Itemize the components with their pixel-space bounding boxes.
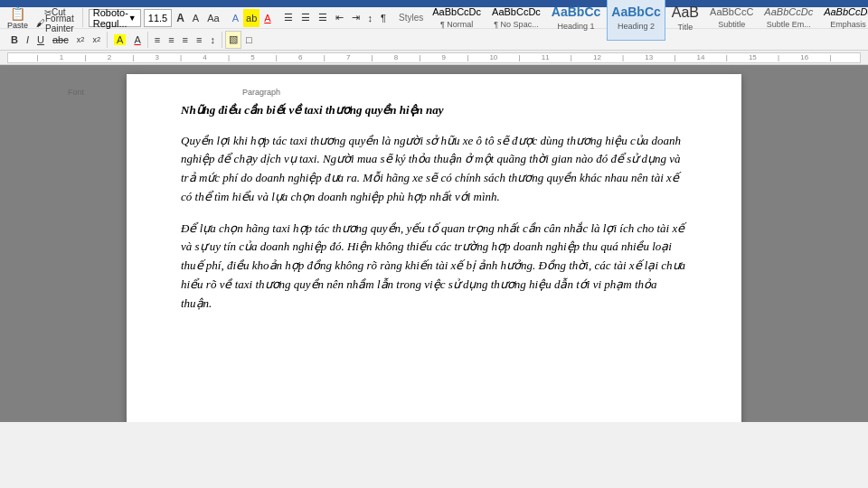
style-subtitle-preview: AaBbCcC [710,6,753,18]
document-paragraph1: Quyền lợi khi hợp tác taxi thương quyền … [181,132,687,207]
shading-button[interactable]: ▧ [225,31,241,49]
format-painter-button[interactable]: 🖌 Format Painter [33,18,77,28]
tb-sep6 [107,32,108,48]
font-size-box[interactable]: 11.5 [144,9,172,27]
grow-font-button[interactable]: A [173,9,188,27]
superscript-button[interactable]: x2 [89,31,104,49]
document-page[interactable]: Những điều cần biết về taxi thương quyền… [127,74,741,422]
font-color2-icon: A [134,34,140,45]
font-color-button[interactable]: A [260,9,274,27]
paragraph-group-label-area: Paragraph [242,88,280,97]
style-emphasis[interactable]: AaBbCcDc Emphasis [819,0,868,41]
increase-indent-button[interactable]: ⇥ [348,9,363,27]
document-paragraph2: Để lựa chọn hãng taxi hợp tác thương quy… [181,220,687,314]
ruler: | 1 | 2 | 3 | 4 | 5 | 6 | 7 | 8 | 9 | 10… [0,51,868,65]
style-subtitle-label: Subtitle [718,20,745,29]
style-title-label: Title [678,23,693,32]
line-spacing-button[interactable]: ↕ [206,31,219,49]
strikethrough-button[interactable]: abc [49,31,72,49]
italic-button[interactable]: I [23,31,33,49]
style-subtle-em-preview: AaBbCcDc [764,6,813,18]
text-effects-button[interactable]: A [229,9,242,27]
tb-sep7 [147,32,148,48]
text-highlight-button2[interactable]: A [110,31,129,49]
underline-button[interactable]: U [33,31,48,49]
font-name-box[interactable]: Roboto-Regul... ▼ [89,9,141,27]
bold-button[interactable]: B [7,31,22,49]
paste-icon: 📋 [10,6,25,21]
toolbar-row1: 📋 Paste ✂ Cut 🖌 Format Painter Roboto-Re… [0,7,868,29]
style-no-space-label: ¶ No Spac... [494,20,538,29]
numbering-button[interactable]: ☰ [297,9,314,27]
align-left-button[interactable]: ≡ [151,31,164,49]
document-area: Những điều cần biết về taxi thương quyền… [0,65,868,422]
multilevel-button[interactable]: ☰ [315,9,331,27]
format-painter-icon: 🖌 [36,18,45,28]
document-title: Những điều cần biết về taxi thương quyền… [181,101,687,119]
sort-button[interactable]: ↕ [364,9,377,27]
style-heading1[interactable]: AaBbCc Heading 1 [547,0,605,41]
styles-group-label: Styles [399,13,423,23]
borders-button[interactable]: □ [242,31,256,49]
show-marks-button[interactable]: ¶ [377,9,390,27]
style-heading1-label: Heading 1 [558,22,595,31]
styles-list: AaBbCcDc ¶ Normal AaBbCcDc ¶ No Spac... … [428,0,868,41]
style-heading2[interactable]: AaBbCc Heading 2 [607,0,665,41]
tb-sep8 [222,32,222,48]
style-no-space[interactable]: AaBbCcDc ¶ No Spac... [487,0,545,41]
font-color-button2[interactable]: A [130,31,144,49]
paste-button[interactable]: 📋 Paste [4,8,32,27]
shrink-font-button[interactable]: A [189,9,203,27]
style-normal[interactable]: AaBbCcDc ¶ Normal [428,0,486,41]
style-heading2-label: Heading 2 [618,22,655,31]
justify-button[interactable]: ≡ [193,31,205,49]
ruler-marks: | 1 | 2 | 3 | 4 | 5 | 6 | 7 | 8 | 9 | 10… [8,53,860,61]
style-no-space-preview: AaBbCcDc [492,6,541,18]
align-center-button[interactable]: ≡ [165,31,177,49]
decrease-indent-button[interactable]: ⇤ [332,9,347,27]
font-group-label-area: Font [68,88,84,97]
style-normal-preview: AaBbCcDc [432,6,481,18]
style-subtle-em-label: Subtle Em... [767,20,811,29]
highlight2-icon: A [114,34,126,45]
clipboard-group: 📋 Paste ✂ Cut 🖌 Format Painter [4,8,83,27]
style-normal-label: ¶ Normal [440,20,473,29]
highlight-button[interactable]: ab [243,9,259,27]
style-heading2-preview: AaBbCc [611,5,660,20]
font-name-dropdown-icon: ▼ [128,14,137,23]
subscript-button[interactable]: x2 [73,31,89,49]
align-right-button[interactable]: ≡ [179,31,192,49]
style-title[interactable]: AaB Title [667,0,703,41]
ruler-inner: | 1 | 2 | 3 | 4 | 5 | 6 | 7 | 8 | 9 | 10… [7,52,861,63]
style-subtle-em[interactable]: AaBbCcDc Subtle Em... [760,0,817,41]
style-emphasis-preview: AaBbCcDc [824,6,868,18]
clipboard-sub: ✂ Cut 🖌 Format Painter [33,7,77,28]
style-title-preview: AaB [672,4,699,21]
style-heading1-preview: AaBbCc [552,5,600,20]
style-subtitle[interactable]: AaBbCcC Subtitle [705,0,758,41]
change-case-button[interactable]: Aa [203,9,222,27]
toolbar-area: 📋 Paste ✂ Cut 🖌 Format Painter Roboto-Re… [0,7,868,51]
style-emphasis-label: Emphasis [830,20,866,29]
bullets-button[interactable]: ☰ [280,9,297,27]
